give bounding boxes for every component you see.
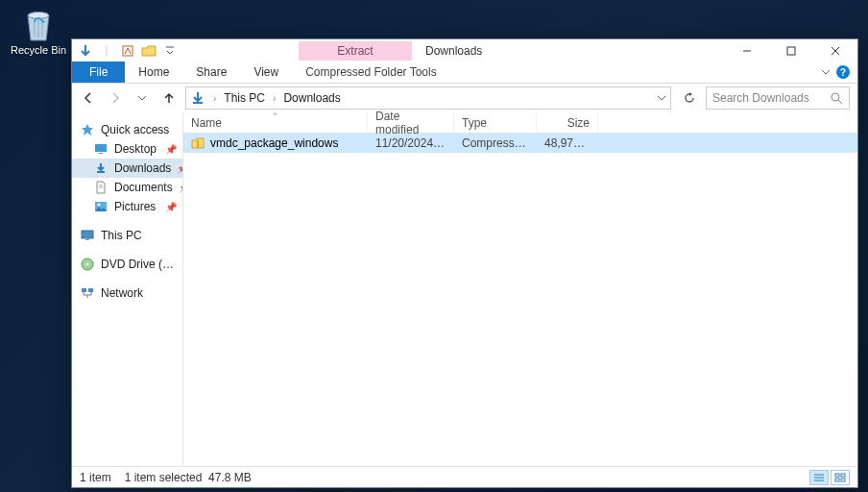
svg-rect-27 <box>835 474 839 477</box>
titlebar: Extract Downloads <box>72 39 857 62</box>
breadcrumb-this-pc[interactable]: This PC <box>222 91 267 105</box>
svg-point-15 <box>98 204 101 207</box>
pictures-icon <box>93 199 108 214</box>
desktop-recycle-bin[interactable]: Recycle Bin <box>10 6 67 56</box>
back-button[interactable] <box>78 87 99 109</box>
qat-customize-icon[interactable] <box>160 41 180 61</box>
desktop-recycle-bin-label: Recycle Bin <box>11 44 66 56</box>
column-header-date[interactable]: Date modified <box>368 112 454 133</box>
refresh-button[interactable] <box>679 87 700 109</box>
sidebar-desktop[interactable]: Desktop 📌 <box>72 139 182 159</box>
sidebar-dvd-drive[interactable]: DVD Drive (D:) SSS_X64 <box>72 255 182 274</box>
sidebar-item-label: Downloads <box>114 161 171 175</box>
column-label: Date modified <box>375 110 446 136</box>
desktop-icon <box>93 141 108 157</box>
sidebar-item-label: This PC <box>101 229 142 242</box>
svg-rect-16 <box>82 231 93 238</box>
up-button[interactable] <box>158 87 180 109</box>
file-row[interactable]: vmdc_package_windows 11/20/2024 4:46 AM … <box>183 134 857 153</box>
breadcrumb-downloads[interactable]: Downloads <box>281 91 342 105</box>
svg-point-19 <box>86 263 89 266</box>
tab-view[interactable]: View <box>240 62 292 83</box>
svg-rect-30 <box>841 479 845 481</box>
sidebar-item-label: DVD Drive (D:) SSS_X64 <box>101 258 177 271</box>
ribbon-tabs: File Home Share View Compressed Folder T… <box>72 62 857 84</box>
sidebar-item-label: Pictures <box>114 200 156 213</box>
view-large-icons-button[interactable] <box>831 470 850 485</box>
close-button[interactable] <box>813 39 857 62</box>
svg-rect-28 <box>841 474 845 477</box>
file-list-pane: ⌃ Name Date modified Type Size vmdc_pack… <box>183 112 857 466</box>
status-selected: 1 item selected 47.8 MB <box>125 471 252 484</box>
sidebar-network[interactable]: Network <box>72 283 182 303</box>
sidebar-pictures[interactable]: Pictures 📌 <box>72 197 182 216</box>
window-controls <box>725 39 857 62</box>
star-icon <box>80 122 95 137</box>
svg-rect-20 <box>82 288 86 292</box>
sidebar-item-label: Quick access <box>101 123 169 136</box>
search-box[interactable] <box>706 86 850 110</box>
file-size: 48,978 KB <box>537 136 598 150</box>
quick-access-toolbar <box>72 39 183 62</box>
svg-rect-17 <box>85 239 89 240</box>
new-folder-icon[interactable] <box>139 41 158 61</box>
file-date: 11/20/2024 4:46 AM <box>368 136 454 150</box>
column-header-size[interactable]: Size <box>537 112 598 133</box>
disc-icon <box>80 257 95 272</box>
pin-icon: 📌 <box>165 202 177 212</box>
properties-icon[interactable] <box>118 41 137 61</box>
downloads-icon <box>93 160 108 176</box>
svg-rect-29 <box>835 479 839 481</box>
column-label: Type <box>462 116 487 130</box>
tab-share[interactable]: Share <box>182 62 240 83</box>
svg-rect-23 <box>197 140 199 148</box>
sort-arrow-icon: ⌃ <box>272 111 279 121</box>
search-icon <box>831 92 843 105</box>
status-item-count: 1 item <box>80 471 111 484</box>
folder-icon[interactable] <box>76 41 95 61</box>
documents-icon <box>93 180 108 195</box>
network-icon <box>80 285 95 301</box>
pin-icon: 📌 <box>177 163 183 174</box>
sidebar-downloads[interactable]: Downloads 📌 <box>72 159 182 178</box>
svg-line-8 <box>838 100 842 104</box>
column-header-name[interactable]: ⌃ Name <box>183 112 368 133</box>
sidebar-quick-access[interactable]: Quick access <box>72 120 182 139</box>
tab-compressed-tools[interactable]: Compressed Folder Tools <box>292 62 450 83</box>
column-header-type[interactable]: Type <box>454 112 537 133</box>
tab-file[interactable]: File <box>72 62 125 83</box>
recent-locations-button[interactable] <box>132 87 153 109</box>
search-input[interactable] <box>712 91 818 105</box>
svg-point-7 <box>832 93 839 101</box>
chevron-down-icon[interactable] <box>657 93 666 103</box>
sidebar-item-label: Network <box>101 286 143 300</box>
downloads-icon <box>190 90 205 106</box>
zip-file-icon <box>191 136 205 150</box>
tab-home[interactable]: Home <box>125 62 182 83</box>
chevron-right-icon[interactable]: › <box>211 93 218 104</box>
chevron-down-icon[interactable] <box>821 67 831 77</box>
minimize-button[interactable] <box>725 39 769 62</box>
help-icon[interactable]: ? <box>836 65 850 79</box>
svg-rect-21 <box>88 288 93 292</box>
this-pc-icon <box>80 228 95 243</box>
sidebar-item-label: Desktop <box>114 142 157 156</box>
chevron-right-icon[interactable]: › <box>271 93 277 104</box>
qat-divider <box>97 41 116 61</box>
column-headers: ⌃ Name Date modified Type Size <box>183 112 857 134</box>
view-details-button[interactable] <box>809 470 829 485</box>
address-bar[interactable]: › This PC › Downloads <box>185 86 671 110</box>
navigation-bar: › This PC › Downloads <box>72 84 857 112</box>
sidebar-this-pc[interactable]: This PC <box>72 226 182 245</box>
recycle-bin-icon <box>22 6 55 42</box>
svg-rect-5 <box>787 47 795 55</box>
navigation-pane: Quick access Desktop 📌 Downloads 📌 Docum… <box>72 112 183 466</box>
file-rows: vmdc_package_windows 11/20/2024 4:46 AM … <box>183 134 857 466</box>
forward-button[interactable] <box>105 87 126 109</box>
contextual-tool-tab[interactable]: Extract <box>299 41 412 61</box>
status-bar: 1 item 1 item selected 47.8 MB <box>72 466 857 487</box>
column-label: Name <box>191 116 222 130</box>
explorer-window: Extract Downloads File Home Share View C… <box>71 38 858 488</box>
sidebar-documents[interactable]: Documents 📌 <box>72 178 182 197</box>
maximize-button[interactable] <box>769 39 813 62</box>
